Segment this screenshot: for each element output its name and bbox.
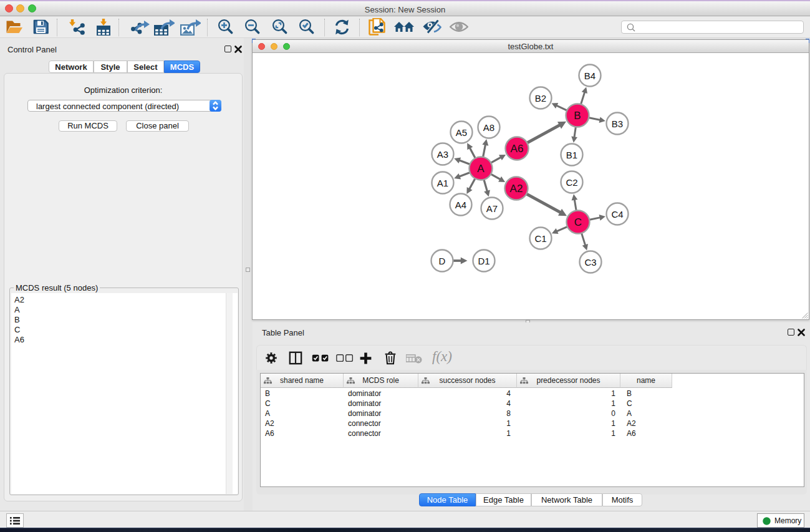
svg-text:D1: D1 xyxy=(478,256,489,266)
svg-text:A: A xyxy=(477,163,485,175)
svg-text:C1: C1 xyxy=(534,233,546,244)
svg-text:A8: A8 xyxy=(483,122,494,133)
svg-text:B: B xyxy=(574,110,581,122)
svg-text:B4: B4 xyxy=(584,70,595,81)
svg-text:A5: A5 xyxy=(456,127,467,138)
svg-text:B3: B3 xyxy=(612,118,623,129)
svg-text:B1: B1 xyxy=(566,150,577,160)
svg-text:A7: A7 xyxy=(486,203,498,214)
svg-text:A3: A3 xyxy=(437,149,448,160)
svg-text:A4: A4 xyxy=(455,200,466,210)
svg-text:B2: B2 xyxy=(535,93,546,104)
svg-text:C2: C2 xyxy=(566,177,577,188)
svg-text:C4: C4 xyxy=(611,209,623,220)
svg-text:A2: A2 xyxy=(510,183,523,195)
svg-text:C3: C3 xyxy=(584,257,596,268)
svg-text:A1: A1 xyxy=(437,178,448,188)
svg-text:D: D xyxy=(439,256,446,266)
svg-text:C: C xyxy=(574,216,582,228)
svg-text:A6: A6 xyxy=(511,143,524,155)
